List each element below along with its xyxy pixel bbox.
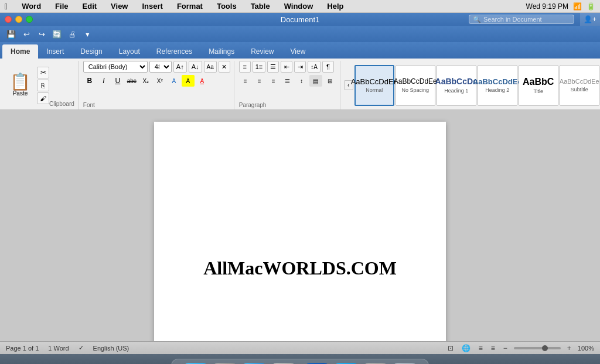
search-box[interactable]: 🔍 Search in Document [469,15,574,24]
refresh-button[interactable]: 🔄 [50,28,63,40]
wifi-icon: 📶 [573,2,582,11]
style-no-spacing[interactable]: AaBbCcDdEe No Spacing [396,65,435,106]
paragraph-group-label: Paragraph [239,101,267,109]
style-h1-preview: AaBbCcDc [435,77,478,87]
style-normal-preview: AaBbCcDdEe [351,77,398,87]
shading-button[interactable]: ▤ [309,75,322,87]
zoom-in-button[interactable]: + [565,344,573,353]
tab-design[interactable]: Design [72,44,110,59]
underline-button[interactable]: U [111,75,124,87]
zoom-thumb [542,345,548,351]
font-color-button[interactable]: A [196,75,209,87]
bullets-button[interactable]: ≡ [239,61,251,73]
print-button[interactable]: 🖨 [66,28,79,40]
menu-insert[interactable]: Insert [139,1,165,11]
menu-tools[interactable]: Tools [214,1,239,11]
tab-layout[interactable]: Layout [111,44,148,59]
print-layout-button[interactable]: ⊡ [446,344,455,353]
share-button[interactable]: 👤+ [580,13,600,26]
multilevel-button[interactable]: ☰ [267,61,279,73]
increase-font-button[interactable]: A↑ [173,61,187,73]
window-controls[interactable] [5,16,33,23]
text-color-button[interactable]: A [168,75,180,87]
menu-help[interactable]: Help [325,1,346,11]
paste-button[interactable]: 📋 Paste [6,62,35,108]
italic-button[interactable]: I [97,75,110,87]
save-button[interactable]: 💾 [5,28,18,40]
close-button[interactable] [5,16,12,23]
zoom-slider[interactable] [514,347,561,349]
subscript-button[interactable]: X₂ [139,75,152,87]
style-normal-label: Normal [366,87,383,93]
menu-window[interactable]: Window [282,1,316,11]
show-marks-button[interactable]: ¶ [322,61,334,73]
customize-qa-button[interactable]: ▾ [81,28,94,40]
document-area: AllMacWORLDS.COM [0,110,600,341]
justify-button[interactable]: ☰ [281,75,294,87]
proofing-icon[interactable]: ✓ [79,344,84,352]
draft-button[interactable]: ≡ [489,344,497,353]
menu-bar-time: Wed 9:19 PM [526,2,568,11]
web-layout-button[interactable]: 🌐 [460,344,472,353]
align-left-button[interactable]: ≡ [239,75,252,87]
superscript-button[interactable]: X² [154,75,166,87]
tab-mailings[interactable]: Mailings [200,44,243,59]
clipboard-group: 📋 Paste ✂ ⎘ 🖌 Clipboard [2,61,79,109]
tab-review[interactable]: Review [243,44,282,59]
format-painter-button[interactable]: 🖌 [37,92,49,104]
menu-table[interactable]: Table [248,1,272,11]
font-group: Calibri (Body) 48 A↑ A↓ Aa ✕ B I U abc X… [80,61,234,109]
numbering-button[interactable]: 1≡ [253,61,266,73]
line-spacing-button[interactable]: ↕ [295,75,308,87]
menu-edit[interactable]: Edit [80,1,100,11]
highlight-button[interactable]: A [182,75,195,87]
menu-word[interactable]: Word [19,1,43,11]
align-center-button[interactable]: ≡ [253,75,266,87]
font-size-select[interactable]: 48 [149,61,172,73]
style-subtitle-label: Subtitle [571,87,588,92]
bold-button[interactable]: B [83,75,96,87]
tab-home[interactable]: Home [2,44,38,59]
zoom-out-button[interactable]: − [502,344,509,353]
menu-view[interactable]: View [108,1,130,11]
menu-bar:  Word File Edit View Insert Format Tool… [0,0,600,13]
apple-menu[interactable]:  [5,2,8,11]
tab-references[interactable]: References [148,44,200,59]
style-subtitle[interactable]: AaBbCcDdEe Subtitle [560,65,599,106]
strikethrough-button[interactable]: abc [125,75,138,87]
document-content[interactable]: AllMacWORLDS.COM [192,246,408,291]
tab-view[interactable]: View [282,44,314,59]
dock: 🔵 🚀 🧭 ⚙️ W 🅰 📁 🗑 [171,359,429,364]
style-heading2[interactable]: AaBbCcDdEe Heading 2 [478,65,517,106]
align-right-button[interactable]: ≡ [267,75,280,87]
clear-format-button[interactable]: ✕ [219,61,230,73]
dock-area: 🔵 🚀 🧭 ⚙️ W 🅰 📁 🗑 [0,354,600,364]
style-title[interactable]: AaBbC Title [519,65,558,106]
style-heading1[interactable]: AaBbCcDc Heading 1 [437,65,476,106]
menu-file[interactable]: File [53,1,70,11]
minimize-button[interactable] [15,16,22,23]
page-info: Page 1 of 1 [6,345,39,352]
battery-icon: 🔋 [587,2,595,11]
paste-icon: 📋 [10,74,30,90]
tab-insert[interactable]: Insert [38,44,72,59]
change-case-button[interactable]: Aa [204,61,217,73]
outline-button[interactable]: ≡ [477,344,485,353]
maximize-button[interactable] [26,16,33,23]
copy-button[interactable]: ⎘ [37,80,49,91]
cut-button[interactable]: ✂ [37,67,49,78]
sort-button[interactable]: ↕A [308,61,321,73]
increase-indent-button[interactable]: ⇥ [294,61,306,73]
style-nospace-preview: AaBbCcDdEe [394,77,437,85]
undo-button[interactable]: ↩ [20,28,33,40]
borders-button[interactable]: ⊞ [323,75,336,87]
style-h2-label: Heading 2 [485,87,509,93]
font-name-select[interactable]: Calibri (Body) [83,61,148,73]
style-normal[interactable]: AaBbCcDdEe Normal [354,65,394,106]
clipboard-label: Clipboard [49,99,74,108]
decrease-font-button[interactable]: A↓ [189,61,202,73]
menu-format[interactable]: Format [175,1,205,11]
redo-button[interactable]: ↪ [35,28,48,40]
decrease-indent-button[interactable]: ⇤ [281,61,292,73]
status-bar: Page 1 of 1 1 Word ✓ English (US) ⊡ 🌐 ≡ … [0,341,600,354]
